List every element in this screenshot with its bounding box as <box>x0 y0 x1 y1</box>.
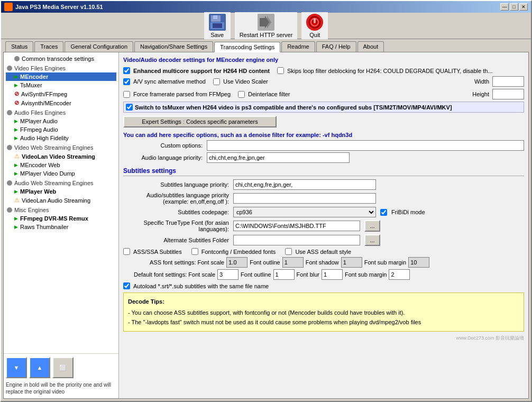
right-panel: Video/Audio decoder settings for MEncode… <box>119 52 528 398</box>
codepage-select[interactable]: cp936 UTF-8 cp1252 iso-8859-1 <box>233 207 376 217</box>
tab-general-config[interactable]: General Configuration <box>65 41 133 52</box>
sidebar-item-mplayer-audio[interactable]: ▶ MPlayer Audio <box>6 117 116 125</box>
use-ass-default-checkbox[interactable] <box>285 248 292 255</box>
sidebar-item-avisynth-mencoder[interactable]: ⊘ Avisynth/MEncoder <box>6 98 116 107</box>
fribidi-checkbox[interactable] <box>380 209 387 216</box>
sidebar-header-audio-web[interactable]: Audio Web Streaming Engines <box>6 179 116 187</box>
force-framerate-checkbox[interactable] <box>123 91 130 98</box>
reset-icon: ⬜ <box>59 364 67 371</box>
ass-ssa-checkbox[interactable] <box>123 248 130 255</box>
alt-folder-browse-button[interactable]: ... <box>364 234 380 246</box>
skips-loop-checkbox[interactable] <box>277 67 284 74</box>
sidebar-item-raws-thumbnailer[interactable]: ▶ Raws Thumbnailer <box>6 223 116 231</box>
font-path-input[interactable] <box>233 221 360 231</box>
move-up-button[interactable]: ▲ <box>29 357 50 378</box>
tab-faq[interactable]: FAQ / Help <box>316 41 356 52</box>
codepage-row: Subtitles codepage: cp936 UTF-8 cp1252 i… <box>123 207 524 217</box>
deinterlace-checkbox[interactable] <box>238 91 245 98</box>
h264-row: Enhanced multicore support for H264 HD c… <box>123 67 524 74</box>
tab-readme[interactable]: Readme <box>281 41 315 52</box>
fontconfig-checkbox[interactable] <box>191 248 198 255</box>
minimize-button[interactable]: — <box>500 3 509 11</box>
tab-navigation[interactable]: Navigation/Share Settings <box>134 41 213 52</box>
enhanced-h264-checkbox[interactable] <box>123 67 130 74</box>
custom-options-input[interactable] <box>207 140 524 151</box>
section-title: Video/Audio decoder settings for MEncode… <box>123 57 524 63</box>
videolan-audio-warn-icon: ⚠ <box>14 197 20 204</box>
width-input[interactable] <box>492 76 524 87</box>
tab-bar: Status Traces General Configuration Navi… <box>1 39 531 52</box>
restart-button[interactable]: Restart HTTP server <box>235 12 298 40</box>
av-sync-checkbox[interactable] <box>123 78 130 85</box>
default-sub-margin-label: Font sub margin <box>345 271 387 278</box>
default-blur-input[interactable] <box>322 269 343 280</box>
right-panel-wrapper: Video/Audio decoder settings for MEncode… <box>119 52 528 398</box>
tab-transcoding[interactable]: Transcoding Settings <box>214 42 280 52</box>
alt-folder-input[interactable] <box>233 235 360 245</box>
tab-about[interactable]: About <box>357 41 384 52</box>
video-scaler-checkbox[interactable] <box>213 78 220 85</box>
switch-tsmuxer-checkbox[interactable] <box>126 104 133 111</box>
sidebar-item-mplayer-video-dump[interactable]: ▶ MPlayer Video Dump <box>6 169 116 178</box>
audio-sub-lang-input[interactable] <box>233 193 376 204</box>
autoload-checkbox[interactable] <box>123 282 130 289</box>
sidebar-section-video-files: Video Files Engines ▶ MEncoder ▶ TsMuxer… <box>6 64 116 107</box>
tab-traces[interactable]: Traces <box>34 41 63 52</box>
sidebar-item-ffmpeg-audio[interactable]: ▶ FFmpeg Audio <box>6 125 116 134</box>
default-outline-input[interactable] <box>273 269 295 280</box>
custom-options-title: You can add here specific options, such … <box>123 132 524 138</box>
maximize-button[interactable]: □ <box>510 3 518 11</box>
sidebar-header-video-web[interactable]: Video Web Streaming Engines <box>6 143 116 152</box>
sidebar-item-avisynth-ffmpeg[interactable]: ⊘ AviSynth/FFmpeg <box>6 89 116 98</box>
sidebar-item-videolan-audio[interactable]: ⚠ VideoLan Audio Streaming <box>6 196 116 205</box>
main-content: Common transcode settings Video Files En… <box>3 52 529 399</box>
audio-lang-input[interactable] <box>207 152 350 163</box>
tab-status[interactable]: Status <box>5 41 33 52</box>
save-label: Save <box>210 32 224 38</box>
sidebar-item-mplayer-web[interactable]: ▶ MPlayer Web <box>6 187 116 196</box>
ass-shadow-input[interactable] <box>341 257 362 268</box>
mencoder-web-arrow-icon: ▶ <box>14 162 18 168</box>
video-web-icon <box>7 145 12 150</box>
expert-btn-row: Expert Settings : Codecs specific parame… <box>123 116 524 127</box>
default-font-scale-input[interactable] <box>217 269 239 280</box>
ass-outline-input[interactable] <box>282 257 304 268</box>
reset-button[interactable]: ⬜ <box>52 357 74 378</box>
subtitle-lang-row: Subtitles language priority: <box>123 179 524 190</box>
height-input[interactable] <box>492 89 524 99</box>
svg-rect-2 <box>213 15 217 19</box>
sidebar-header-video-files[interactable]: Video Files Engines <box>6 64 116 72</box>
move-down-button[interactable]: ▼ <box>6 357 27 378</box>
close-button[interactable]: ✕ <box>519 3 528 11</box>
mencoder-arrow-icon: ▶ <box>14 74 18 79</box>
sidebar-item-mencoder[interactable]: ▶ MEncoder <box>6 72 116 81</box>
framerate-row: Force framerate parsed from FFMpeg Deint… <box>123 89 524 99</box>
ass-font-scale-input[interactable] <box>226 257 247 268</box>
decode-tips-title: Decode Tips: <box>128 297 519 306</box>
video-files-icon <box>7 66 12 71</box>
font-browse-button[interactable]: ... <box>364 220 380 232</box>
restart-icon <box>258 14 274 31</box>
audio-hifi-arrow-icon: ▶ <box>14 135 18 141</box>
audio-lang-row: Audio language priority: <box>123 152 524 163</box>
sidebar-item-videolan-streaming[interactable]: ⚠ VideoLan Video Streaming <box>6 152 116 161</box>
audio-lang-label: Audio language priority: <box>123 154 203 161</box>
sidebar-item-ffmpeg-dvr[interactable]: ▶ FFmpeg DVR-MS Remux <box>6 214 116 223</box>
default-outline-label: Font outline <box>241 271 271 278</box>
sidebar-item-audio-high-fidelity[interactable]: ▶ Audio High Fidelity <box>6 134 116 142</box>
expert-settings-button[interactable]: Expert Settings : Codecs specific parame… <box>123 116 277 127</box>
sidebar-item-mencoder-web[interactable]: ▶ MEncoder Web <box>6 161 116 169</box>
sidebar-header-misc[interactable]: Misc Engines <box>6 206 116 214</box>
sidebar-item-tsmuxer[interactable]: ▶ TsMuxer <box>6 81 116 89</box>
sidebar-note: Engine in bold will be the priority one … <box>6 381 116 395</box>
save-button[interactable]: Save <box>204 12 231 40</box>
quit-button[interactable]: Quit <box>301 12 328 40</box>
sidebar-item-common[interactable]: Common transcode settings <box>6 54 116 63</box>
sidebar-header-audio-files[interactable]: Audio Files Engines <box>6 108 116 117</box>
default-sub-margin-input[interactable] <box>389 269 410 280</box>
subtitle-lang-input[interactable] <box>233 179 376 190</box>
decode-tips-box: Decode Tips: - You can choose ASS subtit… <box>123 293 524 332</box>
autoload-label: Autoload *.srt/*.sub subtitles with the … <box>133 283 269 289</box>
mplayer-audio-arrow-icon: ▶ <box>14 118 18 124</box>
ass-sub-margin-input[interactable] <box>408 257 429 268</box>
